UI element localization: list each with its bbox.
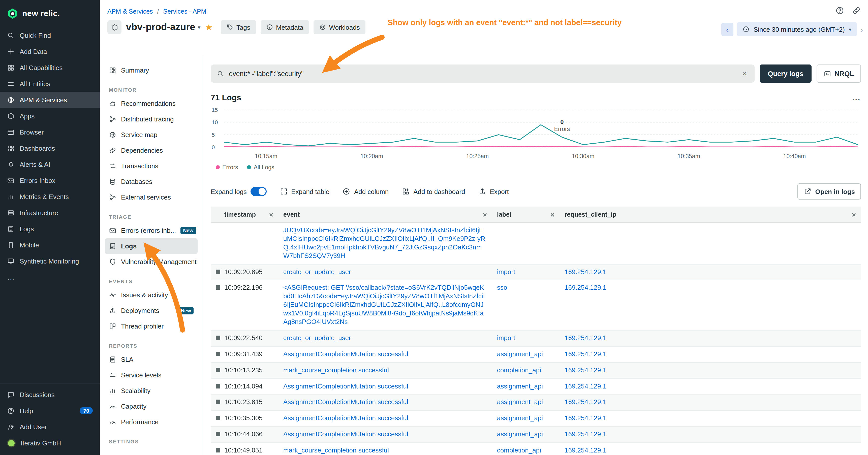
subnav-item-logs[interactable]: Logs <box>105 238 197 254</box>
table-row[interactable]: 10:09:31.439AssignmentCompletionMutation… <box>211 347 861 363</box>
event-link[interactable]: create_or_update_user <box>283 268 351 275</box>
log-search-input[interactable]: event:* -"label":"security" × <box>211 65 754 83</box>
ip-link[interactable]: 169.254.129.1 <box>564 430 607 438</box>
sidebar-item-metrics-events[interactable]: Metrics & Events <box>0 189 100 204</box>
open-in-logs-button[interactable]: Open in logs <box>798 184 861 199</box>
subnav-item-sla[interactable]: SLA <box>105 352 197 367</box>
sidebar-item-all-capabilities[interactable]: All Capabilities <box>0 60 100 75</box>
sidebar-item-browser[interactable]: Browser <box>0 124 100 140</box>
time-picker[interactable]: Since 30 minutes ago (GMT+2) ▾ <box>737 22 857 36</box>
label-link[interactable]: import <box>497 268 515 275</box>
sidebar-item-infrastructure[interactable]: Infrastructure <box>0 204 100 221</box>
event-link[interactable]: create_or_update_user <box>283 334 351 342</box>
sidebar-item-logs[interactable]: Logs <box>0 221 100 237</box>
time-next-button[interactable]: › <box>861 25 863 33</box>
event-link[interactable]: mark_course_completion successful <box>283 447 389 454</box>
subnav-item-scalability[interactable]: Scalability <box>105 383 197 398</box>
label-link[interactable]: assignment_api <box>497 350 543 358</box>
subnav-item-summary[interactable]: Summary <box>105 63 197 78</box>
ip-link[interactable]: 169.254.129.1 <box>564 350 607 358</box>
sidebar-item-more[interactable]: … <box>0 269 100 285</box>
label-link[interactable]: assignment_api <box>497 415 543 422</box>
event-link[interactable]: mark_course_completion successful <box>283 366 389 373</box>
subnav-item-deployments[interactable]: DeploymentsNew <box>105 303 197 319</box>
label-link[interactable]: assignment_api <box>497 382 543 390</box>
favorite-star-icon[interactable]: ★ <box>205 22 213 32</box>
column-header-request-client-ip[interactable]: request_client_ip× <box>559 207 861 222</box>
event-link[interactable]: AssignmentCompletionMutation successful <box>283 398 408 406</box>
table-row[interactable]: 10:09:22.540create_or_update_userimport1… <box>211 330 861 347</box>
ip-link[interactable]: 169.254.129.1 <box>564 415 607 422</box>
event-link[interactable]: AssignmentCompletionMutation successful <box>283 350 408 358</box>
breadcrumb-link-apm-services[interactable]: APM & Services <box>107 8 153 15</box>
event-link[interactable]: AssignmentCompletionMutation successful <box>283 430 408 438</box>
permalink-icon[interactable] <box>852 6 861 15</box>
ip-link[interactable]: 169.254.129.1 <box>564 398 607 406</box>
ip-link[interactable]: 169.254.129.1 <box>564 447 607 454</box>
sidebar-item-apps[interactable]: Apps <box>0 108 100 124</box>
ip-link[interactable]: 169.254.129.1 <box>564 334 607 342</box>
label-link[interactable]: assignment_api <box>497 430 543 438</box>
ip-link[interactable]: 169.254.129.1 <box>564 284 607 292</box>
table-row[interactable]: 10:10:49.051mark_course_completion succe… <box>211 443 861 455</box>
log-search-value[interactable]: event:* -"label":"security" <box>229 70 737 77</box>
table-row[interactable]: 10:09:20.895create_or_update_userimport1… <box>211 264 861 281</box>
table-row[interactable]: 10:10:44.066AssignmentCompletionMutation… <box>211 427 861 443</box>
subnav-item-errors-errors-inb[interactable]: Errors (errors inb...New <box>105 223 197 238</box>
remove-column-button[interactable]: × <box>483 210 487 219</box>
event-link[interactable]: <ASGIRequest: GET '/sso/callback/?state=… <box>283 284 485 325</box>
subnav-item-vulnerability-management[interactable]: Vulnerability Management <box>105 254 197 269</box>
label-link[interactable]: import <box>497 334 515 342</box>
sidebar-item-add-user[interactable]: Add User <box>0 419 100 435</box>
ip-link[interactable]: 169.254.129.1 <box>564 382 607 390</box>
subnav-item-dependencies[interactable]: Dependencies <box>105 142 197 158</box>
sidebar-item-all-entities[interactable]: All Entities <box>0 75 100 92</box>
tags-button[interactable]: Tags <box>221 20 256 34</box>
breadcrumb-link-services-apm[interactable]: Services - APM <box>163 8 207 15</box>
sidebar-item-quick-find[interactable]: Quick Find <box>0 27 100 43</box>
subnav-item-transactions[interactable]: Transactions <box>105 158 197 174</box>
logs-timeseries-chart[interactable]: 05101510:15am10:20am10:25am10:30am10:35a… <box>211 106 861 162</box>
legend-all-logs[interactable]: All Logs <box>247 164 275 170</box>
toggle-on-icon[interactable] <box>250 187 267 196</box>
subnav-item-issues-activity[interactable]: Issues & activity <box>105 287 197 303</box>
remove-column-button[interactable]: × <box>551 210 555 219</box>
query-logs-button[interactable]: Query logs <box>760 65 811 83</box>
sidebar-item-errors-inbox[interactable]: Errors Inbox <box>0 172 100 189</box>
expand-table-button[interactable]: Expand table <box>279 188 330 195</box>
sidebar-item-apm-services[interactable]: APM & Services <box>0 92 100 108</box>
subnav-item-external-services[interactable]: External services <box>105 190 197 205</box>
sidebar-item-alerts-ai[interactable]: Alerts & AI <box>0 156 100 172</box>
column-header-timestamp[interactable]: timestamp× <box>211 207 278 222</box>
subnav-item-performance[interactable]: Performance <box>105 414 197 430</box>
table-row[interactable]: 10:09:22.196<ASGIRequest: GET '/sso/call… <box>211 281 861 330</box>
subnav-item-thread-profiler[interactable]: Thread profiler <box>105 319 197 334</box>
table-row[interactable]: JUQVU&code=eyJraWQiOiJjcGltY29yZV8wOTI1M… <box>211 223 861 264</box>
remove-column-button[interactable]: × <box>852 210 856 219</box>
column-header-event[interactable]: event× <box>278 207 492 222</box>
nrql-button[interactable]: NRQL <box>816 65 861 83</box>
sidebar-item-dashboards[interactable]: Dashboards <box>0 140 100 156</box>
export-button[interactable]: Export <box>478 188 509 195</box>
add-to-dashboard-button[interactable]: Add to dashboard <box>402 188 465 195</box>
sidebar-item-help[interactable]: Help70 <box>0 402 100 419</box>
entity-name[interactable]: vbv-prod-azure <box>126 22 195 33</box>
remove-column-button[interactable]: × <box>269 210 273 219</box>
label-link[interactable]: sso <box>497 284 507 292</box>
sidebar-item-discussions[interactable]: Discussions <box>0 387 100 402</box>
help-icon[interactable] <box>835 6 844 15</box>
table-row[interactable]: 10:10:13.235mark_course_completion succe… <box>211 362 861 379</box>
table-row[interactable]: 10:10:35.305AssignmentCompletionMutation… <box>211 411 861 427</box>
subnav-item-capacity[interactable]: Capacity <box>105 398 197 414</box>
subnav-item-service-levels[interactable]: Service levels <box>105 367 197 383</box>
label-link[interactable]: assignment_api <box>497 398 543 406</box>
sidebar-item-add-data[interactable]: Add Data <box>0 43 100 60</box>
sidebar-item-mobile[interactable]: Mobile <box>0 237 100 253</box>
time-prev-button[interactable]: ‹ <box>721 23 734 36</box>
entity-dropdown-caret-icon[interactable]: ▾ <box>198 24 200 31</box>
subnav-item-databases[interactable]: Databases <box>105 174 197 190</box>
add-column-button[interactable]: Add column <box>342 188 389 195</box>
column-header-label[interactable]: label× <box>492 207 559 222</box>
new-relic-logo[interactable]: new relic. <box>0 0 100 27</box>
ip-link[interactable]: 169.254.129.1 <box>564 366 607 373</box>
